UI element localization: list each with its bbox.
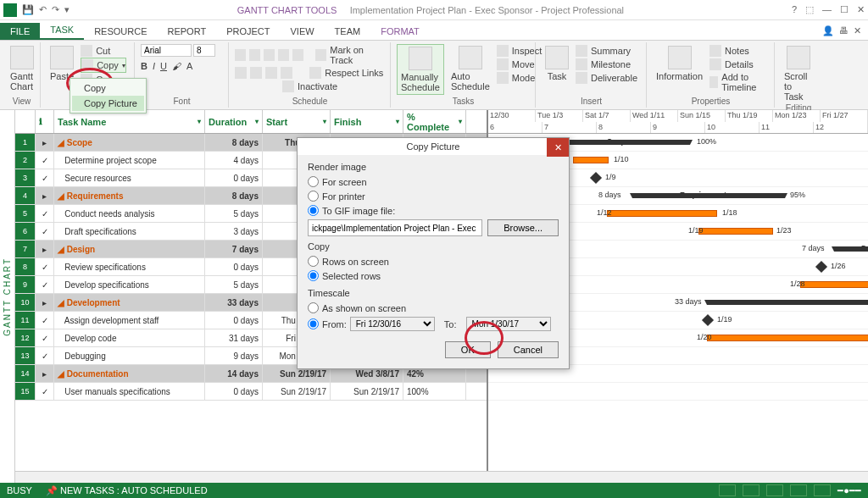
view-bar[interactable]: GANTT CHART bbox=[0, 110, 15, 483]
auto-schedule-button[interactable]: Auto Schedule bbox=[448, 44, 493, 95]
manually-schedule-button[interactable]: Manually Schedule bbox=[397, 44, 444, 95]
respect-links-button[interactable]: Respect Links bbox=[325, 68, 383, 78]
menu-copy-picture[interactable]: Copy Picture bbox=[72, 96, 144, 111]
account-icon[interactable]: 👤 bbox=[822, 25, 834, 36]
table-row[interactable]: 15✓ User manuals specifications0 daysSun… bbox=[15, 383, 487, 401]
ribbon-collapse-icon[interactable]: ⬚ bbox=[805, 4, 814, 15]
font-size-select[interactable] bbox=[193, 44, 215, 57]
fill-color-button[interactable]: A bbox=[186, 61, 192, 71]
maximize-icon[interactable]: ☐ bbox=[840, 4, 849, 15]
horizontal-scrollbar[interactable] bbox=[15, 471, 868, 483]
tab-view[interactable]: VIEW bbox=[280, 23, 324, 40]
radio-selected-rows[interactable]: Selected rows bbox=[308, 268, 559, 283]
from-date-select[interactable]: Fri 12/30/16 bbox=[350, 317, 435, 331]
cut-button[interactable]: Cut bbox=[81, 44, 126, 58]
gif-path-input[interactable] bbox=[308, 219, 482, 236]
summary-button[interactable]: Summary bbox=[576, 44, 637, 58]
font-color-button[interactable]: 🖌 bbox=[172, 61, 181, 71]
window-close-icon[interactable]: ✕ bbox=[854, 25, 861, 36]
dialog-close-button[interactable]: ✕ bbox=[547, 138, 569, 157]
move-button[interactable]: Move bbox=[497, 58, 542, 71]
gantt-chart-button[interactable]: Gantt Chart bbox=[8, 44, 35, 93]
copy-picture-dialog: Copy Picture✕ Render image For screen Fo… bbox=[297, 137, 570, 369]
deliverable-button[interactable]: Deliverable bbox=[576, 71, 637, 85]
document-title: Implementation Project Plan - Exec Spons… bbox=[350, 5, 624, 15]
help-icon[interactable]: ? bbox=[792, 4, 797, 15]
tab-resource[interactable]: RESOURCE bbox=[84, 23, 157, 40]
tab-team[interactable]: TEAM bbox=[325, 23, 371, 40]
radio-for-printer[interactable]: For printer bbox=[308, 189, 559, 203]
task-bar[interactable] bbox=[800, 281, 868, 288]
cancel-button[interactable]: Cancel bbox=[498, 341, 559, 358]
view-gantt-icon[interactable] bbox=[719, 484, 736, 496]
print-icon[interactable]: 🖶 bbox=[839, 25, 849, 36]
tab-project[interactable]: PROJECT bbox=[216, 23, 280, 40]
copy-button[interactable]: Copy▾ bbox=[81, 58, 126, 73]
radio-for-screen[interactable]: For screen bbox=[308, 174, 559, 189]
radio-from[interactable]: From: Fri 12/30/16 To: Mon 1/30/17 bbox=[308, 315, 559, 333]
quick-access-toolbar[interactable]: 💾 ↶ ↷ ▾ bbox=[22, 4, 70, 15]
view-resource-icon[interactable] bbox=[790, 484, 807, 496]
milestone[interactable] bbox=[815, 261, 827, 273]
undo-icon[interactable]: ↶ bbox=[39, 4, 47, 15]
milestone-button[interactable]: Milestone bbox=[576, 58, 637, 71]
zoom-slider[interactable]: ━●━━ bbox=[837, 485, 861, 496]
mark-on-track-button[interactable]: Mark on Track bbox=[330, 45, 385, 65]
col-finish[interactable]: Finish▾ bbox=[331, 110, 403, 133]
col-mode[interactable]: ℹ bbox=[36, 110, 54, 133]
col-start[interactable]: Start▾ bbox=[263, 110, 331, 133]
context-tools-label: GANTT CHART TOOLS bbox=[237, 5, 337, 15]
view-team-icon[interactable] bbox=[766, 484, 783, 496]
ok-button[interactable]: OK bbox=[445, 341, 491, 358]
italic-button[interactable]: I bbox=[153, 61, 155, 71]
notes-button[interactable]: Notes bbox=[709, 44, 769, 58]
details-button[interactable]: Details bbox=[709, 58, 769, 71]
font-select[interactable] bbox=[141, 44, 192, 57]
app-icon bbox=[3, 3, 17, 17]
col-duration[interactable]: Duration▾ bbox=[205, 110, 263, 133]
mode-button[interactable]: Mode bbox=[497, 71, 542, 85]
radio-to-gif[interactable]: To GIF image file: bbox=[308, 203, 559, 218]
underline-button[interactable]: U bbox=[160, 61, 167, 71]
summary-bar-req[interactable] bbox=[632, 193, 785, 198]
radio-as-shown[interactable]: As shown on screen bbox=[308, 301, 559, 315]
add-timeline-button[interactable]: Add to Timeline bbox=[709, 71, 769, 93]
task-insert-button[interactable]: Task bbox=[542, 44, 572, 85]
view-report-icon[interactable] bbox=[814, 484, 831, 496]
bold-button[interactable]: B bbox=[141, 61, 147, 71]
col-pct[interactable]: % Complete▾ bbox=[403, 110, 466, 133]
status-new-tasks: 📌 NEW TASKS : AUTO SCHEDULED bbox=[46, 485, 208, 496]
close-icon[interactable]: ✕ bbox=[857, 4, 865, 15]
milestone[interactable] bbox=[590, 172, 602, 184]
link-icon bbox=[309, 67, 321, 79]
inspect-button[interactable]: Inspect bbox=[497, 44, 542, 58]
summary-bar-dev[interactable] bbox=[707, 300, 868, 305]
save-icon[interactable]: 💾 bbox=[22, 4, 34, 15]
view-usage-icon[interactable] bbox=[743, 484, 760, 496]
radio-rows-on-screen[interactable]: Rows on screen bbox=[308, 254, 559, 268]
title-bar: 💾 ↶ ↷ ▾ GANTT CHART TOOLS Implementation… bbox=[0, 0, 868, 20]
task-bar[interactable] bbox=[707, 335, 868, 341]
information-button[interactable]: Information bbox=[653, 44, 706, 93]
browse-button[interactable]: Browse... bbox=[487, 219, 559, 236]
redo-icon[interactable]: ↷ bbox=[52, 4, 59, 15]
task-bar[interactable] bbox=[573, 157, 609, 163]
task-bar[interactable] bbox=[607, 210, 717, 217]
menu-copy[interactable]: Copy bbox=[72, 80, 144, 96]
inactivate-icon bbox=[282, 80, 294, 92]
tab-report[interactable]: REPORT bbox=[158, 23, 217, 40]
col-taskname[interactable]: Task Name▾ bbox=[54, 110, 205, 133]
inactivate-button[interactable]: Inactivate bbox=[298, 81, 337, 91]
tab-task[interactable]: TASK bbox=[40, 21, 84, 40]
col-indicator[interactable] bbox=[15, 110, 36, 133]
scroll-to-task-button[interactable]: Scroll to Task bbox=[781, 44, 816, 103]
status-bar: BUSY 📌 NEW TASKS : AUTO SCHEDULED ━●━━ bbox=[0, 483, 868, 498]
task-bar[interactable] bbox=[698, 228, 773, 235]
milestone[interactable] bbox=[702, 314, 714, 326]
status-busy: BUSY bbox=[7, 485, 32, 495]
tab-file[interactable]: FILE bbox=[0, 23, 40, 40]
to-date-select[interactable]: Mon 1/30/17 bbox=[466, 317, 551, 331]
ribbon-tabs: FILE TASK RESOURCE REPORT PROJECT VIEW T… bbox=[0, 20, 868, 41]
tab-format[interactable]: FORMAT bbox=[370, 23, 430, 40]
minimize-icon[interactable]: — bbox=[822, 4, 832, 15]
